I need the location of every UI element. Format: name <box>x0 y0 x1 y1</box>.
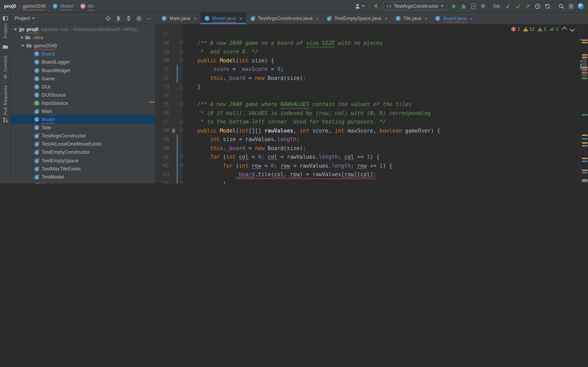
line-number[interactable]: 35 <box>155 101 171 107</box>
inspection-widget[interactable]: 21212 <box>511 26 574 32</box>
tree-item-Main[interactable]: CMain <box>11 107 155 115</box>
user-menu-button[interactable] <box>354 3 365 9</box>
error-stripe-mark[interactable] <box>582 72 588 73</box>
tree-collapse-arrow[interactable] <box>21 45 25 47</box>
tab-TestEmptySpace.java[interactable]: CTestEmptySpace.java× <box>322 13 391 24</box>
line-number[interactable]: 30 <box>155 58 171 63</box>
line-number[interactable]: 41 <box>155 154 171 160</box>
line-number[interactable]: 27 <box>155 31 171 37</box>
line-number[interactable]: 29 <box>155 49 171 55</box>
tree-item-Board[interactable]: CBoard <box>11 50 155 58</box>
widget-ok-count[interactable]: 2 <box>549 26 559 32</box>
close-icon[interactable]: × <box>425 15 428 21</box>
error-stripe-mark[interactable] <box>582 158 588 159</box>
tree-item-proj0[interactable]: proj0sources root, ~/Desktop/cs61bl/su22… <box>11 25 155 33</box>
error-stripe-mark[interactable] <box>582 138 588 140</box>
line-number[interactable]: 34 <box>155 93 171 99</box>
code-editor[interactable]: 2728 /** A new 2048 game on a board of s… <box>155 25 588 184</box>
widget-errors-count[interactable]: 2 <box>511 26 520 32</box>
expand-all-button[interactable] <box>116 16 121 21</box>
tree-expand-arrow[interactable] <box>21 36 23 39</box>
fold-down-icon[interactable] <box>178 58 185 63</box>
tab-Main.java[interactable]: CMain.java× <box>158 13 200 24</box>
tree-item-TestAtLeastOneMoveExists[interactable]: CTestAtLeastOneMoveExists <box>11 140 155 148</box>
tree-item-Model[interactable]: CModel <box>11 115 155 124</box>
error-stripe-mark[interactable] <box>582 114 588 115</box>
tree-item-Side[interactable]: ESide <box>11 124 155 132</box>
stop-button[interactable] <box>480 3 486 9</box>
error-stripe-mark[interactable] <box>582 67 588 68</box>
line-number[interactable]: 33 <box>155 84 171 90</box>
error-stripe-mark[interactable] <box>582 69 588 70</box>
tree-item-game2048[interactable]: game2048 <box>11 42 155 50</box>
breadcrumb-item-Model[interactable]: CModel <box>52 3 73 9</box>
tab-Board.java[interactable]: CBoard.java× <box>432 13 477 24</box>
tree-item-GUISource[interactable]: CGUISource <box>11 91 155 99</box>
line-number[interactable]: 36 <box>155 110 171 116</box>
fold-up-icon[interactable] <box>178 119 185 124</box>
error-stripe-mark[interactable] <box>582 172 588 173</box>
fold-down-icon[interactable] <box>178 163 185 168</box>
fold-up-icon[interactable] <box>178 49 185 54</box>
line-number[interactable]: 38 <box>155 128 171 133</box>
tab-Tile.java[interactable]: CTile.java× <box>391 13 432 24</box>
prev-error-button[interactable] <box>562 26 567 31</box>
collapse-all-button[interactable] <box>126 16 131 21</box>
line-number[interactable]: 39 <box>155 137 171 142</box>
close-icon[interactable]: × <box>470 15 473 21</box>
hide-panel-button[interactable]: — <box>147 16 151 21</box>
tree-item-TestMaxTileExists[interactable]: CTestMaxTileExists <box>11 165 155 173</box>
tree-item-BoardLogger[interactable]: CBoardLogger <box>11 58 155 66</box>
run-configuration-select[interactable]: TestArgsConstructor <box>383 2 447 11</box>
line-number[interactable]: 31 <box>155 67 171 72</box>
error-stripe-mark[interactable] <box>582 54 588 55</box>
tab-TestArgsConstructor.java[interactable]: CTestArgsConstructor.java× <box>246 13 322 24</box>
sidebar-item-files[interactable] <box>2 41 8 53</box>
error-stripe-mark[interactable] <box>580 64 581 69</box>
line-number[interactable]: 37 <box>155 119 171 125</box>
line-number[interactable]: 32 <box>155 75 171 81</box>
widget-warnings-count[interactable]: 12 <box>523 26 535 32</box>
breadcrumb-item-proj0[interactable]: proj0 <box>4 3 16 9</box>
fold-up-icon[interactable] <box>178 84 185 89</box>
tree-item-TestEmptySpace[interactable]: CTestEmptySpace <box>11 156 155 165</box>
error-stripe-mark[interactable] <box>582 145 588 146</box>
tree-item-GUI[interactable]: CGUI <box>11 83 155 91</box>
error-stripe-mark[interactable] <box>582 42 588 43</box>
fold-down-icon[interactable] <box>178 128 185 133</box>
tree-item-TestUpOnly[interactable]: CTestUpOnly <box>11 181 155 184</box>
line-number[interactable]: 43 <box>155 172 171 177</box>
run-button[interactable] <box>451 3 457 9</box>
close-icon[interactable]: × <box>385 15 388 21</box>
sidebar-item-pull-requests[interactable]: Pull Requests <box>2 83 8 126</box>
tab-Model.java[interactable]: CModel.java× <box>200 13 246 24</box>
widget-weak-warnings-count[interactable]: 1 <box>537 26 546 32</box>
sidebar-item-commit[interactable]: Commit <box>2 53 8 83</box>
locate-button[interactable] <box>105 16 111 21</box>
line-number[interactable]: 40 <box>155 145 171 151</box>
line-number[interactable]: 44 <box>155 180 171 184</box>
next-error-button[interactable] <box>570 26 575 31</box>
run-with-coverage-button[interactable] <box>471 3 477 9</box>
rollback-button[interactable] <box>544 3 550 9</box>
fold-down-icon[interactable] <box>178 155 185 159</box>
project-tree[interactable]: proj0sources root, ~/Desktop/cs61bl/su22… <box>11 25 155 184</box>
tree-item-TestEmptyConstructor[interactable]: CTestEmptyConstructor <box>11 148 155 156</box>
build-project-button[interactable] <box>373 3 379 9</box>
error-stripe-mark[interactable] <box>582 57 588 58</box>
error-stripe-mark[interactable] <box>582 181 588 182</box>
tree-item-TestModel[interactable]: CTestModel <box>11 173 155 181</box>
error-stripe-mark[interactable] <box>580 60 581 62</box>
git-commit-button[interactable] <box>515 3 521 9</box>
code-with-me-icon[interactable] <box>578 3 584 9</box>
settings-button[interactable] <box>568 3 574 9</box>
git-push-button[interactable] <box>525 3 531 9</box>
error-stripe-mark[interactable] <box>582 78 588 79</box>
tree-item-.idea[interactable]: .idea <box>11 33 155 42</box>
editor-scrollbar[interactable] <box>579 25 588 184</box>
debug-button[interactable] <box>461 3 467 9</box>
error-stripe-mark[interactable] <box>582 161 588 162</box>
error-stripe-mark[interactable] <box>582 40 588 41</box>
tree-collapse-arrow[interactable] <box>14 28 17 30</box>
tree-item-BoardWidget[interactable]: CBoardWidget <box>11 66 155 75</box>
